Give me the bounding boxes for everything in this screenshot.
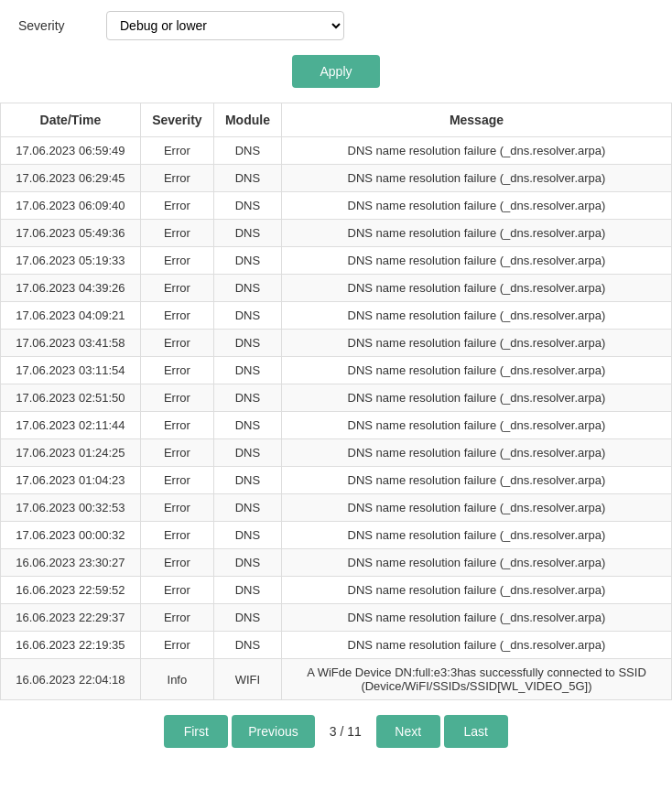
cell-module: DNS [213,220,281,247]
cell-severity: Error [140,494,213,522]
cell-message: DNS name resolution failure (_dns.resolv… [281,275,671,302]
cell-module: DNS [213,549,281,577]
table-row: 17.06.2023 03:41:58ErrorDNSDNS name reso… [1,330,672,357]
cell-module: DNS [213,275,281,302]
table-row: 16.06.2023 22:19:35ErrorDNSDNS name reso… [1,632,672,659]
cell-datetime: 16.06.2023 22:04:18 [1,659,141,700]
cell-datetime: 17.06.2023 05:49:36 [1,220,141,247]
table-row: 17.06.2023 06:59:49ErrorDNSDNS name reso… [1,137,672,165]
cell-datetime: 17.06.2023 01:24:25 [1,439,141,467]
table-header-row: Date/Time Severity Module Message [1,103,672,137]
cell-message: DNS name resolution failure (_dns.resolv… [281,632,671,659]
cell-message: A WiFde Device DN:full:e3:3has successfu… [281,659,671,700]
cell-severity: Error [140,439,213,467]
cell-datetime: 17.06.2023 01:04:23 [1,467,141,494]
table-row: 17.06.2023 04:39:26ErrorDNSDNS name reso… [1,275,672,302]
cell-datetime: 17.06.2023 03:11:54 [1,357,141,384]
cell-message: DNS name resolution failure (_dns.resolv… [281,412,671,439]
cell-severity: Error [140,522,213,549]
col-module: Module [213,103,281,137]
cell-severity: Error [140,247,213,275]
cell-severity: Error [140,220,213,247]
table-row: 16.06.2023 23:30:27ErrorDNSDNS name reso… [1,549,672,577]
log-table-container: Date/Time Severity Module Message 17.06.… [0,103,672,700]
last-button[interactable]: Last [444,715,508,748]
severity-select[interactable]: Debug or lowerInfoWarningErrorCritical [106,11,344,40]
severity-label: Severity [18,18,92,33]
table-row: 17.06.2023 05:49:36ErrorDNSDNS name reso… [1,220,672,247]
cell-message: DNS name resolution failure (_dns.resolv… [281,522,671,549]
cell-datetime: 17.06.2023 04:09:21 [1,302,141,330]
cell-severity: Error [140,384,213,412]
next-button[interactable]: Next [376,715,440,748]
cell-datetime: 17.06.2023 06:59:49 [1,137,141,165]
cell-module: DNS [213,192,281,220]
cell-datetime: 17.06.2023 06:29:45 [1,165,141,192]
cell-datetime: 16.06.2023 22:19:35 [1,632,141,659]
table-row: 17.06.2023 03:11:54ErrorDNSDNS name reso… [1,357,672,384]
cell-message: DNS name resolution failure (_dns.resolv… [281,247,671,275]
pagination: First Previous 3 / 11 Next Last [0,700,672,763]
cell-datetime: 17.06.2023 02:51:50 [1,384,141,412]
table-row: 17.06.2023 01:04:23ErrorDNSDNS name reso… [1,467,672,494]
cell-module: DNS [213,494,281,522]
cell-module: DNS [213,439,281,467]
cell-severity: Error [140,604,213,632]
cell-datetime: 17.06.2023 02:11:44 [1,412,141,439]
cell-severity: Error [140,165,213,192]
table-row: 17.06.2023 01:24:25ErrorDNSDNS name reso… [1,439,672,467]
cell-datetime: 17.06.2023 04:39:26 [1,275,141,302]
cell-module: DNS [213,137,281,165]
cell-message: DNS name resolution failure (_dns.resolv… [281,357,671,384]
cell-module: DNS [213,412,281,439]
cell-module: DNS [213,357,281,384]
cell-message: DNS name resolution failure (_dns.resolv… [281,220,671,247]
cell-datetime: 16.06.2023 22:59:52 [1,577,141,604]
cell-severity: Error [140,467,213,494]
cell-module: DNS [213,247,281,275]
cell-datetime: 17.06.2023 05:19:33 [1,247,141,275]
cell-module: DNS [213,384,281,412]
cell-severity: Error [140,137,213,165]
cell-message: DNS name resolution failure (_dns.resolv… [281,494,671,522]
cell-message: DNS name resolution failure (_dns.resolv… [281,165,671,192]
cell-severity: Error [140,632,213,659]
table-row: 17.06.2023 02:51:50ErrorDNSDNS name reso… [1,384,672,412]
cell-message: DNS name resolution failure (_dns.resolv… [281,577,671,604]
cell-severity: Error [140,577,213,604]
cell-severity: Error [140,192,213,220]
cell-message: DNS name resolution failure (_dns.resolv… [281,467,671,494]
cell-message: DNS name resolution failure (_dns.resolv… [281,330,671,357]
table-row: 17.06.2023 06:09:40ErrorDNSDNS name reso… [1,192,672,220]
table-row: 16.06.2023 22:29:37ErrorDNSDNS name reso… [1,604,672,632]
apply-button[interactable]: Apply [292,55,379,88]
cell-module: DNS [213,165,281,192]
cell-datetime: 16.06.2023 22:29:37 [1,604,141,632]
table-row: 17.06.2023 00:32:53ErrorDNSDNS name reso… [1,494,672,522]
table-row: 16.06.2023 22:59:52ErrorDNSDNS name reso… [1,577,672,604]
apply-row: Apply [0,48,672,103]
cell-datetime: 16.06.2023 23:30:27 [1,549,141,577]
cell-severity: Info [140,659,213,700]
cell-datetime: 17.06.2023 00:00:32 [1,522,141,549]
cell-message: DNS name resolution failure (_dns.resolv… [281,192,671,220]
first-button[interactable]: First [164,715,228,748]
cell-severity: Error [140,357,213,384]
cell-message: DNS name resolution failure (_dns.resolv… [281,604,671,632]
table-row: 17.06.2023 05:19:33ErrorDNSDNS name reso… [1,247,672,275]
filter-row: Severity Debug or lowerInfoWarningErrorC… [0,0,672,48]
col-message: Message [281,103,671,137]
cell-module: DNS [213,522,281,549]
col-severity: Severity [140,103,213,137]
cell-severity: Error [140,275,213,302]
cell-message: DNS name resolution failure (_dns.resolv… [281,137,671,165]
cell-module: DNS [213,467,281,494]
cell-module: DNS [213,604,281,632]
cell-module: DNS [213,632,281,659]
previous-button[interactable]: Previous [232,715,314,748]
table-row: 17.06.2023 02:11:44ErrorDNSDNS name reso… [1,412,672,439]
table-row: 16.06.2023 22:04:18InfoWIFIA WiFde Devic… [1,659,672,700]
cell-module: DNS [213,302,281,330]
cell-message: DNS name resolution failure (_dns.resolv… [281,302,671,330]
cell-message: DNS name resolution failure (_dns.resolv… [281,439,671,467]
